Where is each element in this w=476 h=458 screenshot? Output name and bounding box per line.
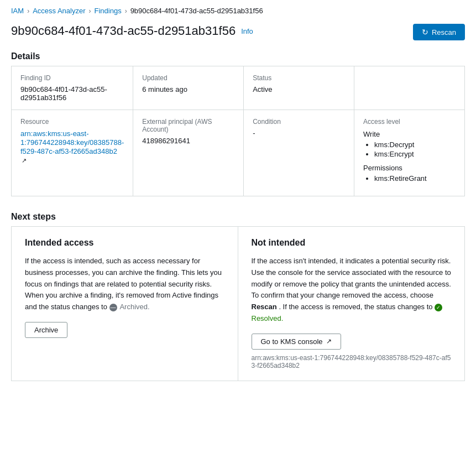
- resource-cell: Resource arn:aws:kms:us-east-1:796744228…: [12, 110, 133, 196]
- finding-id-value: 9b90c684-4f01-473d-ac55-d2951ab31f56: [20, 85, 124, 102]
- breadcrumb-sep-1: ›: [27, 7, 29, 15]
- status-label: Status: [253, 74, 345, 82]
- updated-cell: Updated 6 minutes ago: [133, 66, 244, 110]
- breadcrumb-sep-2: ›: [89, 7, 91, 15]
- status-cell: Status Active: [244, 66, 354, 110]
- resolved-icon: ✓: [435, 303, 443, 311]
- minus-circle-icon: —: [109, 304, 117, 311]
- not-intended-desc-1: If the access isn't intended, it indicat…: [252, 257, 451, 299]
- page-title-row: 9b90c684-4f01-473d-ac55-d2951ab31f56 Inf…: [11, 24, 253, 38]
- breadcrumb-findings[interactable]: Findings: [95, 7, 122, 15]
- permissions-item-retire: kms:RetireGrant: [374, 174, 456, 183]
- permissions-label: Permissions: [363, 164, 456, 172]
- intended-col: Intended access If the access is intende…: [12, 227, 238, 381]
- resource-link[interactable]: arn:aws:kms:us-east-1:796744228948:key/0…: [20, 129, 124, 155]
- not-intended-description: If the access isn't intended, it indicat…: [252, 256, 452, 325]
- write-items: kms:Decrypt kms:Encrypt: [363, 140, 456, 158]
- rescan-bold-text: Rescan: [252, 303, 277, 311]
- empty-cell-1: [354, 66, 465, 110]
- not-intended-desc-2: . If the access is removed, the status c…: [279, 303, 432, 311]
- next-steps-title: Next steps: [11, 212, 465, 222]
- resource-label: Resource: [20, 118, 124, 126]
- external-principal-value: 418986291641: [142, 137, 234, 145]
- external-principal-label: External principal (AWS Account): [142, 118, 234, 133]
- rescan-button[interactable]: ↻ Rescan: [413, 24, 465, 40]
- condition-cell: Condition -: [244, 110, 354, 196]
- permissions-items: kms:RetireGrant: [363, 174, 456, 183]
- page-header: 9b90c684-4f01-473d-ac55-d2951ab31f56 Inf…: [11, 24, 465, 40]
- write-item-decrypt: kms:Decrypt: [374, 140, 456, 149]
- access-level-label: Access level: [363, 118, 456, 126]
- external-link-icon: ↗: [22, 157, 27, 164]
- details-title: Details: [11, 51, 465, 61]
- finding-id-cell: Finding ID 9b90c684-4f01-473d-ac55-d2951…: [12, 66, 133, 110]
- details-section: Details Finding ID 9b90c684-4f01-473d-ac…: [11, 51, 465, 196]
- breadcrumb-sep-3: ›: [125, 7, 127, 15]
- condition-value: -: [253, 129, 345, 137]
- breadcrumb: IAM › Access Analyzer › Findings › 9b90c…: [11, 7, 465, 15]
- breadcrumb-iam[interactable]: IAM: [11, 7, 24, 15]
- kms-arn-text: arn:aws:kms:us-east-1:796744228948:key/0…: [252, 354, 452, 369]
- details-grid: Finding ID 9b90c684-4f01-473d-ac55-d2951…: [11, 66, 465, 196]
- write-item-encrypt: kms:Encrypt: [374, 150, 456, 158]
- write-label: Write: [363, 130, 456, 138]
- check-circle-icon: ✓: [435, 304, 442, 311]
- page-title: 9b90c684-4f01-473d-ac55-d2951ab31f56: [11, 24, 236, 38]
- not-intended-title: Not intended: [252, 238, 452, 248]
- kms-console-button[interactable]: Go to KMS console ↗: [252, 334, 341, 350]
- updated-value: 6 minutes ago: [142, 85, 234, 93]
- access-level-cell: Access level Write kms:Decrypt kms:Encry…: [354, 110, 465, 196]
- status-value: Active: [253, 85, 345, 93]
- breadcrumb-current: 9b90c684-4f01-473d-ac55-d2951ab31f56: [130, 7, 263, 15]
- condition-label: Condition: [253, 118, 345, 126]
- finding-id-label: Finding ID: [20, 74, 124, 82]
- resolved-status-text: Resolved.: [252, 314, 284, 322]
- kms-external-icon: ↗: [326, 337, 332, 345]
- kms-button-label: Go to KMS console: [261, 337, 323, 346]
- intended-title: Intended access: [25, 238, 224, 248]
- next-steps-grid: Intended access If the access is intende…: [11, 227, 465, 381]
- rescan-label: Rescan: [432, 28, 456, 37]
- not-intended-col: Not intended If the access isn't intende…: [238, 227, 465, 381]
- next-steps-section: Next steps Intended access If the access…: [11, 212, 465, 381]
- archived-icon: —: [109, 303, 120, 311]
- rescan-icon: ↻: [422, 28, 428, 37]
- kms-button-row: Go to KMS console ↗: [252, 334, 452, 354]
- archive-button[interactable]: Archive: [25, 322, 67, 338]
- breadcrumb-access-analyzer[interactable]: Access Analyzer: [33, 7, 85, 15]
- archived-status-text: Archived.: [119, 303, 149, 311]
- intended-description: If the access is intended, such as acces…: [25, 256, 224, 313]
- info-link[interactable]: Info: [241, 27, 253, 35]
- updated-label: Updated: [142, 74, 234, 82]
- external-principal-cell: External principal (AWS Account) 4189862…: [133, 110, 244, 196]
